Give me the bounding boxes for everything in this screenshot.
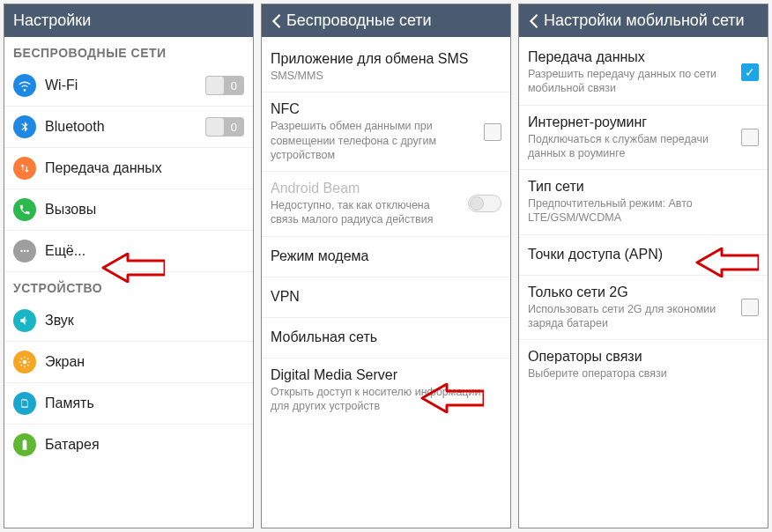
- wireless-title: Беспроводные сети: [286, 11, 432, 30]
- bluetooth-label: Bluetooth: [45, 119, 197, 135]
- sms-app-row[interactable]: Приложение для обмена SMS SMS/MMS: [262, 37, 510, 92]
- svg-point-1: [24, 250, 26, 252]
- wifi-label: Wi-Fi: [45, 78, 197, 93]
- settings-title-bar: Настройки: [4, 4, 253, 37]
- sound-row[interactable]: Звук: [4, 300, 253, 342]
- network-type-row[interactable]: Тип сети Предпочтительный режим: Авто LT…: [519, 170, 768, 235]
- wireless-title-bar[interactable]: Беспроводные сети: [262, 4, 510, 37]
- wireless-pane: Беспроводные сети Приложение для обмена …: [261, 4, 511, 528]
- mobile-settings-pane: Настройки мобильной сети Передача данных…: [518, 4, 768, 528]
- battery-icon: [13, 433, 36, 456]
- beam-sub: Недоступно, так как отключена связь мало…: [271, 198, 459, 227]
- beam-label: Android Beam: [271, 181, 459, 196]
- nfc-label: NFC: [271, 101, 475, 117]
- data-usage-label: Передача данных: [45, 160, 244, 176]
- bluetooth-row[interactable]: Bluetooth 0: [4, 107, 253, 148]
- bluetooth-icon: [13, 115, 36, 138]
- settings-pane: Настройки БЕСПРОВОДНЫЕ СЕТИ Wi-Fi 0 Blue…: [4, 4, 254, 528]
- network-type-sub: Предпочтительный режим: Авто LTE/GSM/WCD…: [528, 196, 759, 225]
- memory-icon: [13, 392, 36, 415]
- sms-app-sub: SMS/MMS: [271, 69, 501, 83]
- nfc-checkbox[interactable]: [484, 123, 501, 141]
- back-icon[interactable]: [528, 13, 540, 29]
- memory-row[interactable]: Память: [4, 383, 253, 425]
- settings-list: БЕСПРОВОДНЫЕ СЕТИ Wi-Fi 0 Bluetooth 0 Пе…: [4, 37, 253, 528]
- mobile-data-row[interactable]: Передача данных Разрешить передачу данны…: [519, 37, 768, 106]
- network-type-label: Тип сети: [528, 179, 759, 195]
- calls-label: Вызовы: [45, 202, 244, 218]
- apn-label: Точки доступа (APN): [528, 247, 759, 262]
- roaming-sub: Подключаться к службам передачи данных в…: [528, 132, 732, 161]
- dms-label: Digital Media Server: [271, 367, 501, 383]
- svg-point-2: [26, 250, 28, 252]
- only2g-label: Только сети 2G: [528, 284, 732, 300]
- wifi-toggle[interactable]: 0: [205, 76, 244, 95]
- roaming-label: Интернет-роуминг: [528, 115, 732, 130]
- mobile-settings-list: Передача данных Разрешить передачу данны…: [519, 37, 768, 528]
- mobile-network-row[interactable]: Мобильная сеть: [262, 318, 510, 358]
- back-icon[interactable]: [271, 13, 283, 29]
- more-label: Ещё...: [45, 243, 244, 259]
- more-icon: [13, 240, 36, 262]
- mobile-data-label: Передача данных: [528, 49, 732, 65]
- memory-label: Память: [45, 395, 244, 411]
- data-usage-row[interactable]: Передача данных: [4, 148, 253, 189]
- only2g-row[interactable]: Только сети 2G Использовать сети 2G для …: [519, 276, 768, 341]
- vpn-row[interactable]: VPN: [262, 277, 510, 318]
- data-usage-icon: [13, 157, 36, 180]
- beam-toggle: [468, 195, 501, 212]
- wireless-list: Приложение для обмена SMS SMS/MMS NFC Ра…: [262, 37, 510, 528]
- dms-row[interactable]: Digital Media Server Открыть доступ к но…: [262, 358, 510, 423]
- battery-label: Батарея: [45, 437, 244, 453]
- display-label: Экран: [45, 354, 244, 370]
- operators-label: Операторы связи: [528, 349, 759, 365]
- nfc-row[interactable]: NFC Разрешить обмен данными при совмещен…: [262, 92, 510, 172]
- sms-app-label: Приложение для обмена SMS: [271, 51, 501, 67]
- svg-point-0: [20, 250, 22, 252]
- more-row[interactable]: Ещё...: [4, 231, 253, 272]
- wifi-icon: [13, 74, 36, 97]
- sound-icon: [13, 309, 36, 332]
- operators-row[interactable]: Операторы связи Выберите оператора связи: [519, 340, 768, 389]
- display-row[interactable]: Экран: [4, 342, 253, 383]
- phone-icon: [13, 198, 36, 221]
- mobile-network-label: Мобильная сеть: [271, 329, 501, 345]
- battery-row[interactable]: Батарея: [4, 425, 253, 465]
- tether-label: Режим модема: [271, 248, 501, 264]
- mobile-settings-title: Настройки мобильной сети: [544, 11, 745, 30]
- mobile-data-checkbox[interactable]: ✓: [741, 63, 759, 81]
- nfc-sub: Разрешить обмен данными при совмещении т…: [271, 119, 475, 162]
- settings-title: Настройки: [13, 11, 91, 30]
- beam-row: Android Beam Недоступно, так как отключе…: [262, 172, 510, 237]
- roaming-checkbox[interactable]: [741, 129, 759, 146]
- vpn-label: VPN: [271, 289, 501, 305]
- only2g-checkbox[interactable]: [741, 299, 759, 316]
- calls-row[interactable]: Вызовы: [4, 189, 253, 231]
- wifi-row[interactable]: Wi-Fi 0: [4, 65, 253, 107]
- display-icon: [13, 351, 36, 373]
- mobile-settings-title-bar[interactable]: Настройки мобильной сети: [519, 4, 768, 37]
- apn-row[interactable]: Точки доступа (APN): [519, 235, 768, 276]
- dms-sub: Открыть доступ к носителю информации для…: [271, 385, 501, 414]
- section-wireless: БЕСПРОВОДНЫЕ СЕТИ: [4, 37, 253, 65]
- mobile-data-sub: Разрешить передачу данных по сети мобиль…: [528, 67, 732, 96]
- svg-point-3: [23, 360, 27, 365]
- sound-label: Звук: [45, 313, 244, 329]
- section-device: УСТРОЙСТВО: [4, 272, 253, 300]
- roaming-row[interactable]: Интернет-роуминг Подключаться к службам …: [519, 106, 768, 171]
- bluetooth-toggle[interactable]: 0: [205, 117, 244, 137]
- operators-sub: Выберите оператора связи: [528, 366, 759, 381]
- tether-row[interactable]: Режим модема: [262, 237, 510, 277]
- only2g-sub: Использовать сети 2G для экономии заряда…: [528, 302, 732, 331]
